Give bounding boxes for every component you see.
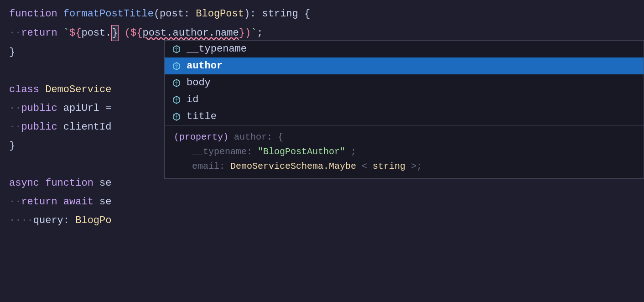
cube-icon-author — [172, 62, 181, 71]
cursor-pos: } — [111, 25, 118, 41]
autocomplete-label-author: author — [187, 60, 223, 72]
keyword-function: function — [9, 6, 57, 21]
type-blogpo: BlogPo — [75, 213, 111, 228]
type-blogpost: BlogPost — [196, 6, 244, 21]
autocomplete-item-typename[interactable]: __typename — [165, 41, 644, 57]
autocomplete-item-body[interactable]: body — [165, 74, 644, 91]
autocomplete-item-author[interactable]: author — [165, 57, 644, 74]
autocomplete-doc: (property) author: { __typename: "BlogPo… — [165, 125, 644, 178]
keyword-async: async — [9, 176, 39, 191]
function-name: formatPostTitle — [63, 6, 154, 21]
doc-line-1: (property) author: { — [174, 130, 634, 145]
cube-icon-id — [172, 95, 181, 104]
keyword-class: class — [9, 82, 39, 97]
class-name: DemoService — [45, 82, 111, 97]
cube-icon-title — [172, 112, 181, 121]
keyword-public-2: public — [21, 120, 57, 135]
autocomplete-label-title: title — [187, 111, 217, 122]
autocomplete-label-id: id — [187, 94, 198, 105]
code-editor: function formatPostTitle ( post : BlogPo… — [0, 0, 644, 302]
keyword-return-2: return — [21, 194, 57, 209]
autocomplete-item-title[interactable]: title — [165, 108, 644, 125]
code-line-12: ···· query: BlogPo — [0, 211, 644, 230]
cube-icon-typename — [172, 45, 181, 54]
autocomplete-label-typename: __typename — [187, 43, 247, 55]
code-line-11: ·· return await se — [0, 193, 644, 211]
code-line-1: function formatPostTitle ( post : BlogPo… — [0, 5, 644, 23]
keyword-return: return — [21, 26, 57, 41]
autocomplete-item-id[interactable]: id — [165, 91, 644, 108]
doc-line-3: email: DemoServiceSchema.Maybe < string … — [174, 159, 634, 174]
keyword-function-2: function — [45, 176, 93, 191]
autocomplete-label-body: body — [187, 77, 211, 89]
autocomplete-dropdown: __typename author body — [164, 40, 644, 179]
cube-icon-body — [172, 78, 181, 88]
doc-line-2: __typename: "BlogPostAuthor" ; — [174, 145, 634, 159]
keyword-await: await — [63, 194, 93, 209]
keyword-public-1: public — [21, 101, 57, 116]
